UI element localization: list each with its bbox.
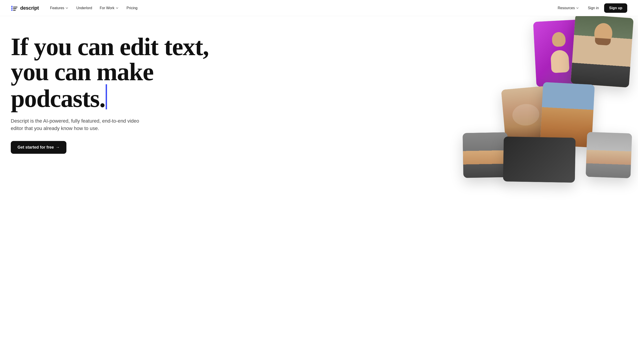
signin-button[interactable]: Sign in: [584, 4, 603, 12]
nav-resources[interactable]: Resources: [554, 4, 582, 12]
text-cursor: [106, 84, 107, 110]
nav-left: descript Features Underlord For Work Pri…: [11, 4, 141, 12]
hero-subtext: Descript is the AI-powered, fully featur…: [11, 117, 145, 132]
svg-rect-4: [13, 8, 17, 9]
photo-card-6: [503, 136, 575, 183]
logo-icon: [11, 4, 18, 12]
nav-right: Resources Sign in Sign up: [554, 3, 627, 13]
photo-dark: [503, 136, 575, 183]
svg-rect-5: [13, 10, 16, 10]
cta-button[interactable]: Get started for free →: [11, 141, 66, 154]
photo-card-1: [533, 19, 586, 87]
for-work-chevron-icon: [115, 6, 119, 10]
photo-card-3: [501, 86, 550, 144]
photo-food: [501, 86, 550, 144]
hero-headline: If you can edit text, you can make podca…: [11, 34, 213, 111]
logo-text: descript: [20, 5, 39, 11]
hero-images: [287, 16, 638, 364]
hero-section: If you can edit text, you can make podca…: [0, 16, 638, 364]
nav-features[interactable]: Features: [47, 4, 72, 12]
photo-card-5: [463, 132, 508, 178]
nav-underlord[interactable]: Underlord: [73, 4, 95, 12]
nav-for-work[interactable]: For Work: [97, 4, 122, 12]
photo-headphones: [586, 132, 632, 178]
logo-link[interactable]: descript: [11, 4, 39, 12]
svg-rect-1: [11, 8, 13, 9]
resources-chevron-icon: [576, 6, 579, 10]
photo-card-7: [586, 132, 632, 178]
photo-desert: [540, 82, 595, 148]
photo-card-4: [540, 82, 595, 148]
photo-card-2: [571, 16, 634, 88]
cta-arrow-icon: →: [56, 145, 60, 150]
nav-pricing[interactable]: Pricing: [123, 4, 141, 12]
photo-person-purple: [533, 19, 586, 87]
svg-rect-3: [13, 7, 18, 8]
svg-rect-2: [11, 10, 13, 11]
photo-glasses: [463, 132, 508, 178]
photo-man-beard: [571, 16, 634, 88]
navbar: descript Features Underlord For Work Pri…: [0, 0, 638, 16]
nav-links: Features Underlord For Work Pricing: [47, 4, 141, 12]
signup-button[interactable]: Sign up: [604, 3, 627, 13]
hero-content: If you can edit text, you can make podca…: [11, 34, 213, 154]
svg-rect-0: [11, 6, 13, 7]
features-chevron-icon: [65, 6, 69, 10]
